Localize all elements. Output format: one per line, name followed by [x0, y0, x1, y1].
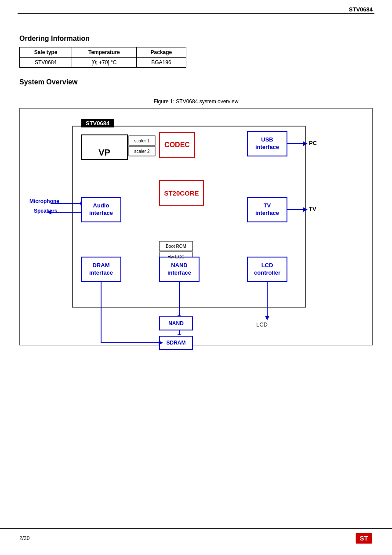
chip-label: STV0684 [81, 119, 114, 127]
scaler1-label: scaler 1 [129, 136, 155, 145]
block-diagram: VP scaler 1 scaler 2 STV0684 CODEC USBin… [29, 119, 363, 334]
usb-interface-block: USBinterface [247, 131, 287, 156]
svg-text:ST: ST [360, 535, 368, 542]
audio-interface-block: Audiointerface [81, 197, 121, 222]
cell-package: BGA196 [136, 58, 186, 68]
ordering-information-section: Ordering Information Sale type Temperatu… [19, 35, 373, 68]
st20core-block: ST20CORE [160, 181, 203, 205]
speakers-label: Speakers [34, 208, 57, 214]
lcd-controller-block: LCDcontroller [247, 257, 287, 282]
nand-external-block: NAND [160, 317, 192, 330]
boot-rom-label: Boot ROM [160, 241, 192, 251]
col-sale-type: Sale type [20, 47, 72, 58]
sdram-external-block: SDRAM [160, 336, 192, 349]
footer-page: 2/30 [19, 535, 29, 541]
cell-sale-type: STV0684 [20, 58, 72, 68]
diagram-container: VP scaler 1 scaler 2 STV0684 CODEC USBin… [19, 108, 373, 345]
pc-label: PC [309, 140, 317, 146]
svg-marker-32 [265, 316, 269, 320]
col-temperature: Temperature [72, 47, 136, 58]
ordering-section-title: Ordering Information [19, 35, 373, 43]
col-package: Package [136, 47, 186, 58]
codec-block: CODEC [160, 132, 195, 158]
header-title: STV0684 [349, 6, 373, 13]
figure-caption: Figure 1: STV0684 system overview [19, 98, 373, 105]
lcd-label: LCD [256, 321, 268, 328]
microphone-label: Microphone [29, 198, 59, 204]
svg-marker-17 [303, 141, 308, 146]
tv-interface-block: TVinterface [247, 197, 287, 222]
system-overview-title: System Overview [19, 78, 373, 86]
svg-marker-19 [303, 207, 308, 212]
nand-interface-block: NANDinterface [160, 257, 199, 282]
tv-label: TV [309, 206, 316, 212]
table-row: STV0684 [0; +70] °C BGA196 [20, 58, 186, 68]
ordering-table: Sale type Temperature Package STV0684 [0… [19, 47, 186, 68]
diagram-arrows [29, 119, 363, 334]
st-logo: ST [355, 532, 373, 544]
scaler2-label: scaler 2 [129, 146, 155, 156]
svg-marker-30 [177, 334, 181, 335]
svg-marker-28 [177, 315, 181, 316]
cell-temperature: [0; +70] °C [72, 58, 136, 68]
dram-interface-block: DRAMinterface [81, 257, 121, 282]
vp-label: VP [81, 140, 127, 165]
footer: 2/30 ST [0, 528, 392, 544]
system-overview-section: System Overview Figure 1: STV0684 system… [19, 78, 373, 345]
